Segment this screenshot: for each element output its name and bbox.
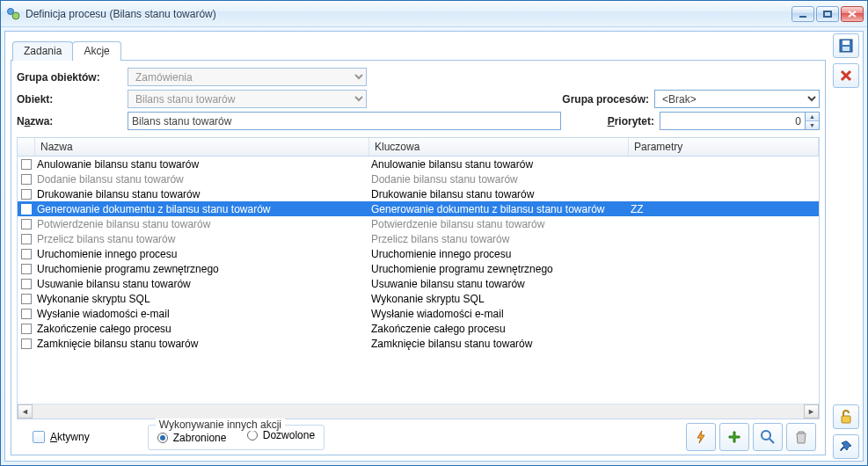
row-checkbox[interactable]	[21, 264, 32, 274]
cell-nazwa: Uruchomienie innego procesu	[35, 248, 369, 260]
magnifier-icon	[760, 429, 776, 445]
svg-rect-9	[842, 40, 850, 45]
add-button[interactable]	[719, 423, 749, 451]
row-checkbox[interactable]	[21, 294, 32, 304]
table-row[interactable]: Wysłanie wiadomości e-mailWysłanie wiado…	[18, 306, 819, 321]
row-checkbox[interactable]	[21, 159, 32, 170]
cell-nazwa: Przelicz bilans stanu towarów	[35, 233, 369, 245]
table-row[interactable]: Zamknięcie bilansu stanu towarówZamknięc…	[18, 336, 819, 351]
radio-dozwolone[interactable]: Dozwolone	[247, 429, 315, 441]
table-row[interactable]: Generowanie dokumentu z bilansu stanu to…	[18, 201, 819, 216]
spin-priorytet[interactable]: ▲▼	[660, 112, 820, 130]
row-checkbox[interactable]	[21, 339, 32, 349]
table-row[interactable]: Przelicz bilans stanu towarówPrzelicz bi…	[18, 231, 819, 246]
row-checkbox[interactable]	[21, 204, 32, 215]
cell-kluczowa: Usuwanie bilansu stanu towarów	[369, 278, 629, 290]
row-checkbox[interactable]	[21, 219, 32, 229]
floppy-icon	[838, 38, 854, 54]
table-row[interactable]: Zakończenie całego procesuZakończenie ca…	[18, 321, 819, 336]
column-nazwa[interactable]: Nazwa	[35, 138, 369, 156]
table-row[interactable]: Uruchomienie innego procesuUruchomienie …	[18, 246, 819, 261]
horizontal-scrollbar[interactable]: ◄ ►	[18, 404, 819, 419]
cell-nazwa: Usuwanie bilansu stanu towarów	[35, 278, 369, 290]
delete-button[interactable]	[786, 423, 816, 451]
x-icon	[839, 69, 853, 83]
maximize-button[interactable]	[816, 6, 839, 22]
input-nazwa[interactable]	[128, 112, 561, 130]
tab-akcje[interactable]: Akcje	[72, 41, 120, 61]
cell-kluczowa: Generowanie dokumentu z bilansu stanu to…	[369, 203, 629, 215]
radio-dot-icon	[157, 433, 168, 443]
radio-zabronione[interactable]: Zabronione	[157, 432, 227, 444]
tab-panel-akcje: Grupa obiektów: Zamówienia Obiekt: Bilan…	[11, 60, 826, 455]
row-checkbox[interactable]	[21, 324, 32, 334]
table-row[interactable]: Dodanie bilansu stanu towarówDodanie bil…	[18, 171, 819, 186]
execute-button[interactable]	[686, 423, 716, 451]
cell-kluczowa: Wysłanie wiadomości e-mail	[369, 308, 629, 320]
column-kluczowa[interactable]: Kluczowa	[369, 138, 629, 156]
svg-rect-3	[824, 11, 831, 17]
checkbox-box-icon	[33, 431, 45, 443]
cell-kluczowa: Uruchomienie programu zewnętrznego	[369, 263, 629, 275]
table-row[interactable]: Anulowanie bilansu stanu towarówAnulowan…	[18, 157, 819, 171]
label-priorytet: Priorytet:	[608, 115, 654, 127]
select-grupa-obiektow[interactable]: Zamówienia	[128, 68, 367, 86]
checkbox-aktywny[interactable]: Aktywny	[33, 431, 90, 443]
window-title: Definicja procesu (Bilans stanu towarów)	[26, 8, 791, 20]
row-checkbox[interactable]	[21, 189, 32, 200]
tab-zadania[interactable]: Zadania	[12, 41, 73, 61]
row-checkbox[interactable]	[21, 249, 32, 259]
label-obiekt: Obiekt:	[17, 93, 122, 106]
bottom-bar: Aktywny Wykonywanie innych akcji Zabroni…	[17, 419, 820, 451]
spin-down-icon[interactable]: ▼	[806, 120, 819, 129]
cell-nazwa: Dodanie bilansu stanu towarów	[35, 173, 369, 186]
scroll-right-icon[interactable]: ►	[804, 404, 819, 419]
svg-point-6	[762, 431, 770, 440]
close-button[interactable]	[841, 6, 864, 22]
cell-nazwa: Zakończenie całego procesu	[35, 323, 369, 335]
select-grupa-procesow[interactable]: <Brak>	[654, 90, 820, 108]
table-row[interactable]: Wykonanie skryptu SQLWykonanie skryptu S…	[18, 291, 819, 306]
cell-kluczowa: Dodanie bilansu stanu towarów	[369, 173, 629, 186]
unlock-button[interactable]	[833, 404, 859, 429]
trash-icon	[793, 429, 809, 445]
minimize-button[interactable]	[791, 6, 814, 22]
cancel-button[interactable]	[833, 63, 859, 88]
row-checkbox[interactable]	[21, 174, 32, 185]
client-area: Zadania Akcje Grupa obiektów: Zamówienia…	[4, 31, 864, 462]
column-parametry[interactable]: Parametry	[629, 138, 819, 156]
grid-header: Nazwa Kluczowa Parametry	[18, 138, 819, 157]
select-obiekt[interactable]: Bilans stanu towarów	[128, 90, 367, 108]
row-checkbox[interactable]	[21, 309, 32, 319]
cell-kluczowa: Wykonanie skryptu SQL	[369, 293, 629, 305]
svg-rect-10	[842, 47, 850, 51]
group-wykonywanie: Wykonywanie innych akcji Zabronione Dozw…	[148, 425, 325, 450]
scroll-left-icon[interactable]: ◄	[18, 404, 33, 419]
table-row[interactable]: Drukowanie bilansu stanu towarówDrukowan…	[18, 186, 819, 201]
window-frame: Definicja procesu (Bilans stanu towarów)…	[0, 0, 868, 466]
tabstrip: Zadania Akcje	[11, 37, 826, 60]
cell-nazwa: Generowanie dokumentu z bilansu stanu to…	[35, 203, 369, 215]
svg-point-1	[12, 12, 19, 19]
scroll-track[interactable]	[33, 404, 804, 419]
cell-nazwa: Uruchomienie programu zewnętrznego	[35, 263, 369, 275]
titlebar[interactable]: Definicja procesu (Bilans stanu towarów)	[1, 1, 867, 27]
table-row[interactable]: Potwierdzenie bilansu stanu towarówPotwi…	[18, 216, 819, 231]
label-grupa-procesow: Grupa procesów:	[562, 93, 649, 106]
grid-body[interactable]: Anulowanie bilansu stanu towarówAnulowan…	[18, 157, 819, 404]
column-check[interactable]	[18, 138, 35, 156]
save-button[interactable]	[833, 33, 859, 58]
row-checkbox[interactable]	[21, 234, 32, 244]
radio-dot-icon	[247, 430, 258, 441]
row-checkbox[interactable]	[21, 279, 32, 289]
table-row[interactable]: Uruchomienie programu zewnętrznegoUrucho…	[18, 261, 819, 276]
cell-parametry: ZZ	[629, 203, 819, 215]
search-button[interactable]	[753, 423, 783, 451]
pin-icon	[839, 440, 853, 454]
spin-priorytet-input[interactable]	[660, 113, 805, 129]
table-row[interactable]: Usuwanie bilansu stanu towarówUsuwanie b…	[18, 276, 819, 291]
pin-button[interactable]	[833, 434, 859, 459]
spin-up-icon[interactable]: ▲	[806, 113, 819, 120]
plus-icon	[726, 429, 742, 445]
actions-grid: Nazwa Kluczowa Parametry Anulowanie bila…	[17, 137, 820, 419]
